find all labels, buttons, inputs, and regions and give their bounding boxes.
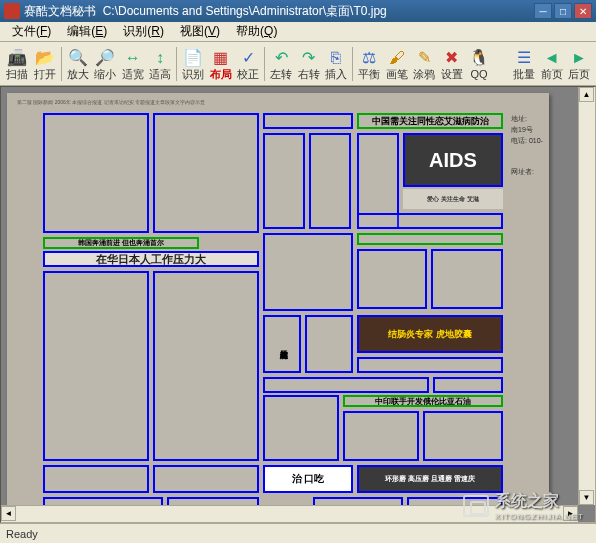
scroll-down-button[interactable]: ▼	[579, 490, 594, 505]
insert-icon: ⎘	[326, 48, 346, 68]
toolbar-separator	[264, 47, 265, 81]
text-region[interactable]	[263, 395, 339, 461]
minimize-button[interactable]: ─	[534, 3, 552, 19]
qq-button[interactable]: 🐧QQ	[466, 44, 492, 84]
text-region[interactable]	[423, 411, 503, 461]
status-text: Ready	[6, 528, 38, 540]
toolbar: 📠扫描 📂打开 🔍放大 🔎缩小 ↔适宽 ↕适高 📄识别 ▦布局 ✓校正 ↶左转 …	[0, 42, 596, 86]
correct-icon: ✓	[238, 48, 258, 68]
scroll-left-button[interactable]: ◄	[1, 506, 16, 521]
issue-region[interactable]: 问题与建议	[263, 315, 301, 373]
toolbar-separator	[61, 47, 62, 81]
document-viewport[interactable]: 第二版 国际新闻 2006年 本报综合报道 记者采访纪实 专题报道文章段落文字内…	[0, 86, 596, 523]
rotate-left-icon: ↶	[271, 48, 291, 68]
pen-icon: ✎	[414, 48, 434, 68]
text-region[interactable]	[263, 133, 305, 229]
text-region[interactable]	[263, 377, 429, 393]
text-region[interactable]	[343, 411, 419, 461]
toolbar-separator	[176, 47, 177, 81]
text-region[interactable]	[153, 465, 259, 493]
sidebar-info: 地址: 南19号 电话: 010- 网址者:	[511, 113, 545, 177]
close-button[interactable]: ✕	[574, 3, 592, 19]
statusbar: Ready	[0, 523, 596, 543]
headline-region[interactable]: 中印联手开发俄伦比亚石油	[343, 395, 503, 407]
menu-help[interactable]: 帮助(Q)	[228, 21, 285, 42]
insert-button[interactable]: ⎘插入	[323, 44, 349, 84]
window-controls: ─ □ ✕	[534, 3, 592, 19]
text-region[interactable]	[357, 249, 427, 309]
zoom-out-button[interactable]: 🔎缩小	[92, 44, 118, 84]
text-region[interactable]	[153, 271, 259, 461]
text-region[interactable]	[263, 113, 353, 129]
text-region[interactable]	[357, 357, 503, 373]
app-window: 赛酷文档秘书 C:\Documents and Settings\Adminis…	[0, 0, 596, 543]
next-icon: ►	[569, 48, 589, 68]
menu-recognize[interactable]: 识别(R)	[115, 21, 172, 42]
headline-region[interactable]: 在华日本人工作压力大	[43, 251, 259, 267]
fit-width-button[interactable]: ↔适宽	[119, 44, 145, 84]
batch-button[interactable]: ☰批量	[511, 44, 537, 84]
layout-icon: ▦	[211, 48, 231, 68]
balance-button[interactable]: ⚖平衡	[356, 44, 382, 84]
menu-file[interactable]: 文件(F)	[4, 21, 59, 42]
page-header-text: 第二版 国际新闻 2006年 本报综合报道 记者采访纪实 专题报道文章段落文字内…	[17, 99, 539, 111]
qq-icon: 🐧	[469, 48, 489, 68]
headline-region[interactable]: 中国需关注同性恋艾滋病防治	[357, 113, 503, 129]
brush-button[interactable]: 🖌画笔	[384, 44, 410, 84]
menu-edit[interactable]: 编辑(E)	[59, 21, 115, 42]
brush-icon: 🖌	[387, 48, 407, 68]
gear-icon: ✖	[442, 48, 462, 68]
scroll-up-button[interactable]: ▲	[579, 87, 594, 102]
prev-page-button[interactable]: ◄前页	[538, 44, 564, 84]
fit-height-icon: ↕	[150, 48, 170, 68]
subheadline-region[interactable]: 韩国奔涌前进 但也奔涌首尔	[43, 237, 199, 249]
recognize-button[interactable]: 📄识别	[180, 44, 206, 84]
menubar: 文件(F) 编辑(E) 识别(R) 视图(V) 帮助(Q)	[0, 22, 596, 42]
menu-view[interactable]: 视图(V)	[172, 21, 228, 42]
batch-icon: ☰	[514, 48, 534, 68]
correct-button[interactable]: ✓校正	[235, 44, 261, 84]
text-region[interactable]	[43, 113, 149, 233]
prev-icon: ◄	[542, 48, 562, 68]
text-region[interactable]	[153, 113, 259, 233]
text-region[interactable]	[309, 133, 351, 229]
ad-region[interactable]: 环形磨 高压磨 且通磨 雷速庆	[357, 465, 503, 493]
fit-width-icon: ↔	[123, 48, 143, 68]
text-region[interactable]	[43, 271, 149, 461]
text-region[interactable]	[357, 213, 503, 229]
open-button[interactable]: 📂打开	[31, 44, 57, 84]
titlebar: 赛酷文档秘书 C:\Documents and Settings\Adminis…	[0, 0, 596, 22]
vertical-scrollbar[interactable]: ▲ ▼	[578, 87, 595, 505]
zoom-in-icon: 🔍	[68, 48, 88, 68]
rotate-left-button[interactable]: ↶左转	[268, 44, 294, 84]
next-page-button[interactable]: ►后页	[566, 44, 592, 84]
scan-button[interactable]: 📠扫描	[4, 44, 30, 84]
zoom-in-button[interactable]: 🔍放大	[65, 44, 91, 84]
scanned-page: 第二版 国际新闻 2006年 本报综合报道 记者采访纪实 专题报道文章段落文字内…	[7, 93, 549, 523]
app-icon	[4, 3, 20, 19]
horizontal-scrollbar[interactable]: ◄ ►	[1, 505, 578, 522]
aids-subtitle: 爱心 关注生命 艾滋	[403, 189, 503, 209]
image-region[interactable]: AIDS	[403, 133, 503, 187]
ad-region[interactable]: 结肠炎专家 虎地胶囊	[357, 315, 503, 353]
maximize-button[interactable]: □	[554, 3, 572, 19]
toolbar-separator	[352, 47, 353, 81]
ad-region[interactable]: 治 口吃	[263, 465, 353, 493]
text-region[interactable]	[357, 233, 503, 245]
settings-button[interactable]: ✖设置	[438, 44, 464, 84]
balance-icon: ⚖	[359, 48, 379, 68]
text-region[interactable]	[431, 249, 503, 309]
text-region[interactable]	[433, 377, 503, 393]
rotate-right-button[interactable]: ↷右转	[296, 44, 322, 84]
text-region[interactable]	[43, 465, 149, 493]
text-region[interactable]	[263, 233, 353, 311]
text-region[interactable]	[305, 315, 353, 373]
pen-button[interactable]: ✎涂鸦	[411, 44, 437, 84]
aids-ad: AIDS	[405, 135, 501, 185]
layout-button[interactable]: ▦布局	[208, 44, 234, 84]
ocr-icon: 📄	[183, 48, 203, 68]
scroll-right-button[interactable]: ►	[563, 506, 578, 521]
scanner-icon: 📠	[7, 48, 27, 68]
fit-height-button[interactable]: ↕适高	[147, 44, 173, 84]
window-title: 赛酷文档秘书 C:\Documents and Settings\Adminis…	[24, 3, 534, 20]
